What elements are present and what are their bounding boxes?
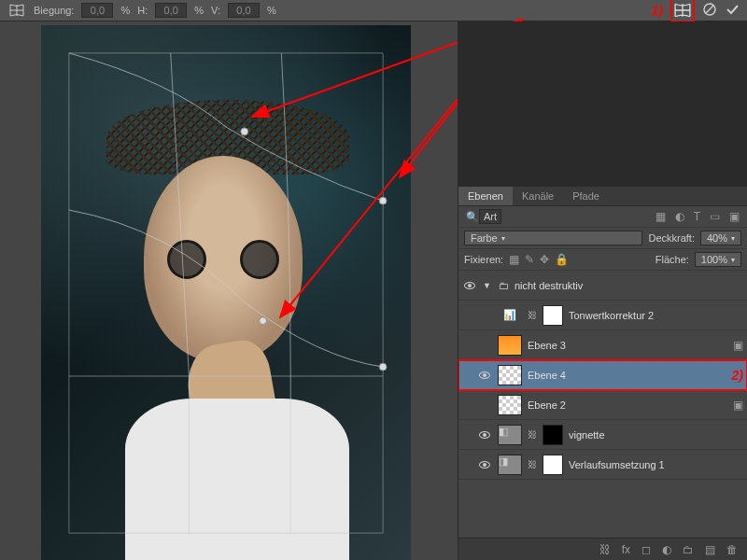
layer-tonwert[interactable]: 📊 ⛓ Tonwertkorrektur 2 (458, 301, 747, 330)
h-field[interactable]: 0,0 (155, 3, 187, 18)
panel-tabs: Ebenen Kanäle Pfade (458, 187, 747, 206)
link-layers-icon[interactable]: ⛓ (599, 543, 611, 556)
delete-layer-icon[interactable]: 🗑 (726, 543, 738, 556)
visibility-toggle[interactable] (477, 398, 492, 413)
annotation-2: 2) (732, 368, 743, 383)
add-mask-icon[interactable]: ◻ (641, 543, 651, 556)
filter-pixel-icon[interactable]: ▦ (655, 210, 666, 223)
visibility-toggle[interactable] (462, 278, 477, 293)
svg-point-3 (379, 197, 387, 204)
tab-kanaele[interactable]: Kanäle (513, 187, 563, 205)
filter-row: 🔍Art ▦ ◐ T ▭ ▣ (458, 206, 747, 228)
layer-mask[interactable] (543, 425, 563, 445)
blend-mode-dropdown[interactable]: Farbe▾ (464, 231, 642, 245)
layer-mask[interactable] (543, 305, 563, 326)
opacity-label: Deckkraft: (648, 232, 695, 244)
lock-all-icon[interactable]: 🔒 (555, 253, 569, 266)
options-bar: Biegung: 0,0 % H: 0,0 % V: 0,0 % 1) (0, 0, 747, 21)
layer-verlauf[interactable]: ◨ ⛓ Verlaufsumsetzung 1 (458, 450, 747, 480)
fill-dropdown[interactable]: 100%▾ (695, 252, 741, 267)
commit-icon[interactable] (725, 2, 740, 19)
blend-row: Farbe▾ Deckkraft: 40%▾ (458, 228, 747, 249)
layers-panel: Ebenen Kanäle Pfade 🔍Art ▦ ◐ T ▭ ▣ Farbe… (458, 187, 747, 560)
navigator-area (458, 21, 747, 189)
layer-panel-footer: ⛓ fx ◻ ◐ 🗀 ▤ 🗑 (458, 538, 747, 560)
folder-icon: 🗀 (499, 280, 509, 291)
link-icon: ⛓ (528, 310, 537, 320)
layer-ebene3[interactable]: Ebene 3 ▣ (458, 330, 747, 360)
visibility-toggle[interactable] (477, 457, 492, 472)
warp-tool-icon (7, 1, 26, 20)
biegung-label: Biegung: (34, 5, 74, 16)
layer-thumbnail[interactable] (498, 395, 522, 415)
v-label: V: (211, 5, 220, 16)
svg-line-1 (706, 6, 713, 13)
tab-ebenen[interactable]: Ebenen (458, 187, 513, 205)
lock-position-icon[interactable]: ✥ (540, 253, 549, 266)
opacity-dropdown[interactable]: 40%▾ (700, 231, 741, 245)
tab-pfade[interactable]: Pfade (563, 187, 609, 205)
layer-menu-icon[interactable]: ▣ (733, 339, 743, 352)
adjustment-icon[interactable]: ◨ (498, 455, 522, 475)
fx-icon[interactable]: fx (622, 543, 630, 556)
lock-row: Fixieren: ▦ ✎ ✥ 🔒 Fläche: 100%▾ (458, 249, 747, 271)
layer-list: ▼ 🗀 nicht destruktiv 📊 ⛓ Tonwertkorrektu… (458, 271, 747, 532)
annotation-1: 1) (652, 3, 663, 18)
levels-icon: 📊 (498, 309, 522, 321)
new-layer-icon[interactable]: ▤ (705, 543, 715, 556)
h-label: H: (137, 5, 148, 16)
filter-shape-icon[interactable]: ▭ (710, 210, 720, 223)
visibility-toggle[interactable] (477, 338, 492, 353)
folder-collapse-icon[interactable]: ▼ (483, 281, 491, 290)
visibility-toggle[interactable] (477, 308, 492, 323)
lock-transparent-icon[interactable]: ▦ (509, 253, 519, 266)
fill-label: Fläche: (655, 254, 689, 265)
link-icon: ⛓ (528, 459, 537, 469)
layer-vignette[interactable]: ◧ ⛓ vignette (458, 420, 747, 450)
lock-pixels-icon[interactable]: ✎ (525, 253, 534, 266)
layer-thumbnail[interactable] (498, 365, 522, 385)
link-icon: ⛓ (528, 429, 537, 440)
new-adjustment-icon[interactable]: ◐ (662, 543, 671, 556)
visibility-toggle[interactable] (477, 368, 492, 383)
canvas[interactable] (41, 25, 411, 560)
filter-smart-icon[interactable]: ▣ (729, 210, 740, 223)
chevron-down-icon: ▾ (501, 234, 505, 243)
layer-mask[interactable] (543, 455, 563, 475)
warp-mode-button-highlight (670, 0, 695, 22)
filter-adjust-icon[interactable]: ◐ (675, 210, 684, 223)
visibility-toggle[interactable] (477, 427, 492, 442)
portrait-image (97, 100, 359, 473)
layer-thumbnail[interactable] (498, 335, 522, 356)
pct-3: % (267, 5, 276, 16)
layer-ebene4-selected[interactable]: Ebene 4 2) (458, 360, 747, 390)
pct-2: % (194, 5, 204, 16)
pct-1: % (120, 5, 130, 16)
biegung-field[interactable]: 0,0 (81, 3, 113, 18)
layer-ebene2[interactable]: Ebene 2 ▣ (458, 390, 747, 420)
svg-point-4 (379, 363, 387, 371)
layer-filter-search[interactable]: Art (479, 209, 501, 224)
cancel-icon[interactable] (702, 2, 717, 19)
v-field[interactable]: 0,0 (228, 3, 260, 18)
toggle-warp-icon[interactable] (673, 1, 692, 20)
lock-label: Fixieren: (464, 254, 503, 265)
filter-type-icon[interactable]: T (694, 210, 700, 223)
adjustment-icon[interactable]: ◧ (498, 425, 522, 445)
layer-menu-icon[interactable]: ▣ (733, 399, 743, 412)
layer-folder[interactable]: ▼ 🗀 nicht destruktiv (458, 271, 747, 301)
new-group-icon[interactable]: 🗀 (683, 543, 694, 556)
